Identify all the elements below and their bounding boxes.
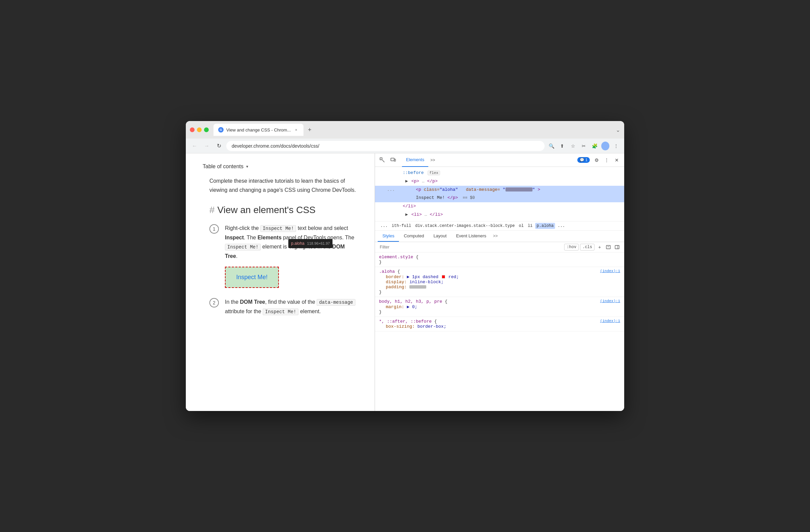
devtools-more-icon[interactable]: ⋮	[602, 155, 611, 165]
forward-button[interactable]: →	[202, 141, 211, 151]
css-rule-element-style: element.style { }	[375, 252, 624, 267]
devtools-tabs-more[interactable]: >>	[428, 158, 437, 163]
dom-ellipsis-2: …	[424, 212, 427, 217]
elements-tab[interactable]: Elements	[402, 153, 428, 167]
device-toggle-icon[interactable]	[388, 155, 398, 165]
toc-label: Table of contents	[202, 164, 243, 170]
dom-line-2[interactable]: ▶ <p> … </p>	[375, 177, 624, 186]
expand-arrow-2[interactable]: ▶	[405, 212, 408, 217]
settings-icon[interactable]: ⚙	[592, 155, 601, 165]
cls-button[interactable]: .cls	[580, 244, 595, 250]
browser-tab[interactable]: G View and change CSS - Chrom... ×	[213, 124, 304, 136]
tab-bar-expand-icon[interactable]: ⌄	[616, 127, 620, 133]
profile-button[interactable]	[601, 142, 609, 150]
css-selector-text-1: element.style	[379, 254, 416, 260]
dom-line-5[interactable]: </li>	[375, 202, 624, 211]
css-source-body[interactable]: (index):1	[600, 299, 620, 303]
step-2-bold-1: DOM Tree	[240, 299, 265, 305]
toggle-sidebar-icon[interactable]	[613, 244, 621, 251]
maximize-window-button[interactable]	[204, 128, 209, 132]
layout-tab[interactable]: Layout	[428, 231, 451, 242]
styles-tabs: Styles Computed Layout Event Listeners >…	[375, 231, 624, 242]
dom-tree: ::before flex ▶ <p> … </p> ... <p class=…	[375, 167, 624, 221]
title-bar: G View and change CSS - Chrom... × + ⌄	[186, 121, 624, 138]
tab-bar: G View and change CSS - Chrom... × + ⌄	[213, 124, 620, 136]
inspect-element-icon[interactable]	[378, 155, 387, 165]
bc-li[interactable]: li	[526, 223, 534, 229]
bc-dots[interactable]: ...	[379, 223, 389, 229]
css-prop-padding: padding:	[379, 285, 620, 289]
dom-line-6[interactable]: ▶ <li> … </li>	[375, 211, 624, 219]
cut-icon[interactable]: ✂	[580, 142, 588, 150]
css-red-swatch	[442, 275, 445, 279]
css-source-aloha[interactable]: (index):1	[600, 269, 620, 273]
browser-window: G View and change CSS - Chrom... × + ⌄ ←…	[186, 121, 624, 411]
bc-p-aloha[interactable]: p.aloha	[535, 223, 555, 229]
css-padding-name: padding:	[386, 285, 407, 289]
new-tab-button[interactable]: +	[305, 125, 314, 134]
badge-icon: 💬	[580, 158, 584, 162]
address-input[interactable]	[226, 141, 545, 151]
dom-li-close: </li>	[403, 204, 416, 209]
styles-tab[interactable]: Styles	[378, 231, 399, 242]
bc-more[interactable]: ...	[556, 223, 567, 229]
bc-ith-full[interactable]: ith-full	[390, 223, 413, 229]
notifications-badge[interactable]: 💬 1	[577, 157, 590, 163]
dom-line-3-selected[interactable]: ... <p class="aloha" data-message= "" >	[375, 186, 624, 194]
css-border-value: ▶ 1px dashed	[407, 275, 441, 280]
css-border-name: border:	[386, 275, 404, 280]
reload-button[interactable]: ↻	[214, 141, 224, 151]
css-brace-open-body: {	[445, 299, 448, 304]
filter-input[interactable]	[378, 244, 564, 250]
step-2-number: 2	[209, 298, 219, 307]
css-source-universal[interactable]: (index):1	[600, 319, 620, 323]
css-selector-aloha: .aloha	[379, 269, 398, 274]
styles-tabs-more[interactable]: >>	[491, 231, 500, 241]
css-selector-body: body, h1, h2, h3, p, pre	[379, 299, 445, 304]
css-padding-value-blurred	[409, 285, 426, 288]
breadcrumb-bar: ... ith-full div.stack.center-images.sta…	[375, 221, 624, 231]
dom-p-open: <p	[416, 187, 423, 192]
bc-div-stack[interactable]: div.stack.center-images.stack--block.typ…	[414, 223, 516, 229]
new-style-rule-icon[interactable]	[605, 244, 612, 251]
tab-close-button[interactable]: ×	[293, 127, 299, 133]
minimize-window-button[interactable]	[197, 128, 202, 132]
hov-button[interactable]: :hov	[564, 244, 579, 250]
css-rule-body-header: (index):1 body, h1, h2, h3, p, pre {	[379, 299, 620, 304]
css-rule-universal-header: (index):1 *, ::after, ::before {	[379, 319, 620, 324]
step-1-code-1: Inspect Me!	[260, 225, 296, 232]
css-boxsizing-value: border-box;	[418, 324, 447, 329]
back-button[interactable]: ←	[190, 141, 199, 151]
css-display-value: inline-block;	[409, 280, 443, 285]
dom-line-4[interactable]: Inspect Me! </p> == $0	[375, 194, 624, 202]
css-boxsizing-name: box-sizing:	[386, 324, 415, 329]
dom-p-bracket-close: >	[537, 187, 540, 192]
css-prop-margin: margin: ▶ 0;	[379, 304, 620, 310]
expand-arrow-1[interactable]: ▶	[405, 179, 408, 184]
close-devtools-icon[interactable]: ✕	[612, 155, 621, 165]
add-rule-icon[interactable]: +	[596, 244, 603, 251]
elements-tab-label: Elements	[406, 157, 424, 162]
inspect-me-button[interactable]: Inspect Me!	[225, 267, 279, 288]
dom-class-value: "aloha"	[439, 187, 458, 192]
page-content: Table of contents ▾ Complete these inter…	[186, 153, 375, 411]
css-brace-open-1: {	[416, 254, 419, 260]
dom-before-pseudo: ::before	[403, 170, 423, 175]
css-margin-name: margin:	[386, 304, 404, 310]
dom-equals: == $0	[463, 196, 475, 200]
badge-count: 1	[585, 158, 587, 162]
dom-line-1[interactable]: ::before flex	[375, 169, 624, 177]
toc-arrow[interactable]: ▾	[246, 164, 248, 169]
bookmark-icon[interactable]: ☆	[569, 142, 577, 150]
step-1-bold-1: Inspect	[225, 235, 244, 240]
event-listeners-tab[interactable]: Event Listeners	[451, 231, 491, 242]
devtools-panel: Elements >> 💬 1 ⚙ ⋮ ✕	[375, 153, 624, 411]
menu-button[interactable]: ⋮	[612, 142, 620, 150]
share-icon[interactable]: ⬆	[558, 142, 566, 150]
search-icon[interactable]: 🔍	[547, 142, 555, 150]
close-window-button[interactable]	[190, 128, 195, 132]
dom-p-1: <p>	[411, 179, 419, 184]
computed-tab[interactable]: Computed	[399, 231, 428, 242]
bc-ol[interactable]: ol	[517, 223, 525, 229]
extensions-icon[interactable]: 🧩	[590, 142, 599, 150]
